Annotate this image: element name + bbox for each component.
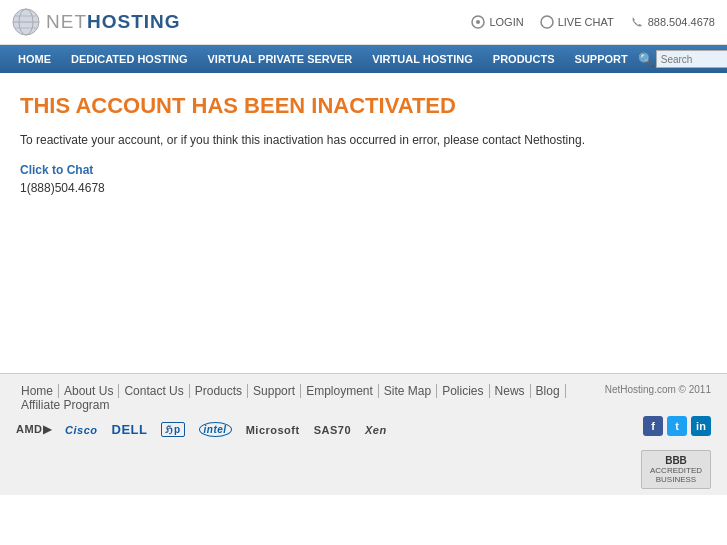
bbb-title: BBB [650, 455, 702, 466]
twitter-icon[interactable]: t [667, 416, 687, 436]
bbb-subtitle: ACCREDITEDBUSINESS [650, 466, 702, 484]
footer-link[interactable]: Support [248, 384, 301, 398]
footer-link[interactable]: Products [190, 384, 248, 398]
brand-microsoft: Microsoft [246, 424, 300, 436]
search-icon: 🔍 [638, 52, 654, 67]
brand-hp: ℌp [161, 422, 184, 437]
login-label: LOGIN [489, 16, 523, 28]
brand-dell: DELL [112, 422, 148, 437]
footer-link[interactable]: News [490, 384, 531, 398]
nav-vps[interactable]: VIRTUAL PRIVATE SERVER [198, 45, 363, 73]
header-links: LOGIN LIVE CHAT 888.504.4678 [471, 15, 715, 29]
footer-link[interactable]: Site Map [379, 384, 437, 398]
description-text: To reactivate your account, or if you th… [20, 133, 707, 147]
login-link[interactable]: LOGIN [471, 15, 523, 29]
logo: NETHOSTING [12, 8, 181, 36]
livechat-icon [540, 15, 554, 29]
brand-xen: Xen [365, 424, 387, 436]
social-icons: ftin [643, 416, 711, 436]
brand-logos: AMD▶CiscoDELLℌpintelMicrosoftSAS70Xen [16, 422, 387, 437]
nav-home[interactable]: HOME [8, 45, 61, 73]
footer-link[interactable]: Blog [531, 384, 566, 398]
search-input[interactable] [656, 50, 727, 68]
footer-top-row: HomeAbout UsContact UsProductsSupportEmp… [16, 384, 711, 412]
nav-products[interactable]: PRODUCTS [483, 45, 565, 73]
bbb-badge: BBB ACCREDITEDBUSINESS [641, 450, 711, 489]
click-to-chat-link[interactable]: Click to Chat [20, 163, 707, 177]
brand-intel: intel [199, 422, 232, 437]
footer-link[interactable]: Employment [301, 384, 379, 398]
phone-number: 1(888)504.4678 [20, 181, 707, 195]
footer-links: HomeAbout UsContact UsProductsSupportEmp… [16, 384, 605, 412]
nav-support[interactable]: SUPPORT [565, 45, 638, 73]
linkedin-icon[interactable]: in [691, 416, 711, 436]
footer-link[interactable]: Policies [437, 384, 489, 398]
logo-hosting: HOSTING [87, 11, 181, 32]
footer-link[interactable]: Home [16, 384, 59, 398]
facebook-icon[interactable]: f [643, 416, 663, 436]
livechat-label: LIVE CHAT [558, 16, 614, 28]
phone-header: 888.504.4678 [648, 16, 715, 28]
brand-amd: AMD▶ [16, 423, 51, 436]
header: NETHOSTING LOGIN LIVE CHAT 888.504.4678 [0, 0, 727, 45]
main-content: THIS ACCOUNT HAS BEEN INACTIVATED To rea… [0, 73, 727, 373]
login-icon [471, 15, 485, 29]
phone-icon [630, 15, 644, 29]
nav-dedicated[interactable]: DEDICATED HOSTING [61, 45, 198, 73]
brand-cisco: Cisco [65, 424, 97, 436]
footer-link[interactable]: Contact Us [119, 384, 189, 398]
livechat-link[interactable]: LIVE CHAT [540, 15, 614, 29]
nav-virtual[interactable]: VIRTUAL HOSTING [362, 45, 483, 73]
svg-point-6 [476, 20, 480, 24]
page-title: THIS ACCOUNT HAS BEEN INACTIVATED [20, 93, 707, 119]
footer-link[interactable]: About Us [59, 384, 119, 398]
brand-sas: SAS70 [314, 424, 351, 436]
phone-link[interactable]: 888.504.4678 [630, 15, 715, 29]
globe-icon [12, 8, 40, 36]
footer-right: ftin BBB ACCREDITEDBUSINESS [641, 412, 711, 489]
footer: HomeAbout UsContact UsProductsSupportEmp… [0, 373, 727, 495]
footer-link[interactable]: Affiliate Program [16, 398, 114, 412]
nav-search-area: 🔍 [638, 50, 727, 68]
logo-wordmark: NETHOSTING [46, 11, 181, 33]
logo-net: NET [46, 11, 87, 32]
navigation: HOME DEDICATED HOSTING VIRTUAL PRIVATE S… [0, 45, 727, 73]
footer-copyright: NetHosting.com © 2011 [605, 384, 711, 395]
svg-point-7 [541, 16, 553, 28]
